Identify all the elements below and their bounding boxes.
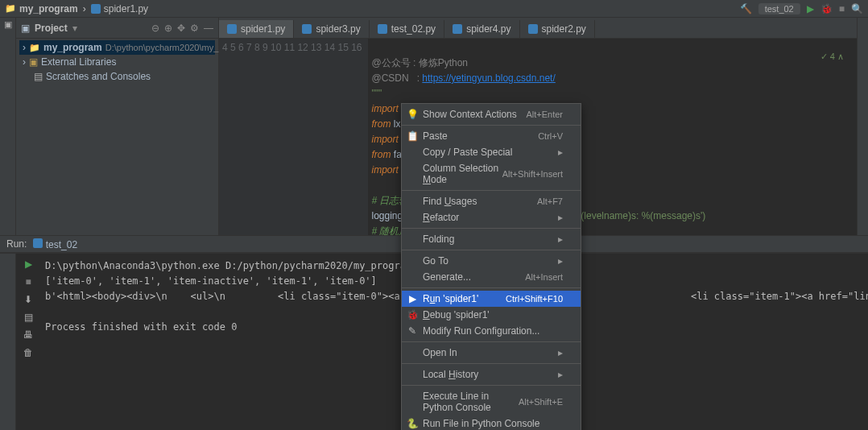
submenu-arrow-icon: ▸: [558, 147, 563, 158]
run-config-selector[interactable]: test_02: [758, 3, 800, 14]
editor-context-menu: 💡Show Context ActionsAlt+Enter📋PasteCtrl…: [401, 103, 581, 430]
menu-item-label: Find Usages: [423, 196, 477, 207]
layout-icon[interactable]: ▤: [24, 312, 33, 323]
menu-item[interactable]: Execute Line in Python ConsoleAlt+Shift+…: [402, 388, 581, 416]
menu-item-label: Modify Run Configuration...: [423, 325, 539, 337]
editor-tab[interactable]: spider1.py: [219, 20, 294, 38]
menu-item[interactable]: Open In▸: [402, 345, 581, 361]
menu-item-label: Refactor: [423, 212, 459, 223]
menu-item[interactable]: Copy / Paste Special▸: [402, 144, 581, 160]
top-bar: my_program › spider1.py 🔨 test_02 ▶ 🐞 ■ …: [0, 0, 868, 18]
menu-item[interactable]: 🐍Run File in Python Console: [402, 416, 581, 430]
chevron-right-icon: ›: [83, 3, 86, 14]
menu-item[interactable]: ✎Modify Run Configuration...: [402, 323, 581, 339]
editor-tab[interactable]: test_02.py: [370, 20, 444, 38]
submenu-arrow-icon: ▸: [558, 212, 563, 223]
menu-item[interactable]: 💡Show Context ActionsAlt+Enter: [402, 106, 581, 122]
search-icon[interactable]: 🔍: [851, 3, 863, 14]
submenu-arrow-icon: ▸: [558, 347, 563, 358]
chevron-right-icon: ›: [23, 42, 26, 53]
menu-item[interactable]: 📋PasteCtrl+V: [402, 128, 581, 144]
run-button[interactable]: ▶: [807, 3, 814, 14]
menu-item[interactable]: Generate...Alt+Insert: [402, 269, 581, 285]
gear-icon[interactable]: ⚙: [190, 23, 199, 34]
tree-scratches[interactable]: ▤ Scratches and Consoles: [19, 69, 215, 84]
hide-icon[interactable]: —: [204, 23, 213, 34]
menu-separator: [402, 287, 581, 288]
menu-item[interactable]: Folding▸: [402, 231, 581, 247]
menu-separator: [402, 228, 581, 229]
menu-item[interactable]: Column Selection ModeAlt+Shift+Insert: [402, 160, 581, 188]
hammer-icon[interactable]: 🔨: [740, 3, 752, 14]
dropdown-icon[interactable]: ▾: [72, 23, 77, 34]
down-icon[interactable]: ⬇: [24, 294, 32, 305]
submenu-arrow-icon: ▸: [558, 234, 563, 245]
menu-separator: [402, 385, 581, 386]
python-file-icon: [453, 24, 462, 34]
project-panel-icon: ▣: [21, 23, 30, 34]
tab-label: spider2.py: [542, 23, 586, 35]
menu-item-icon: 🐍: [407, 418, 418, 429]
menu-item[interactable]: Local History▸: [402, 366, 581, 382]
editor-tab[interactable]: spider2.py: [520, 20, 595, 38]
tab-label: spider3.py: [316, 23, 360, 35]
menu-item-label: Generate...: [423, 271, 471, 283]
menu-item[interactable]: Go To▸: [402, 253, 581, 269]
inspection-badge[interactable]: ✓ 4 ∧: [820, 52, 844, 62]
menu-shortcut: Alt+Shift+E: [519, 397, 563, 407]
breadcrumb-file[interactable]: spider1.py: [91, 3, 148, 14]
run-config-name[interactable]: test_02: [33, 238, 77, 250]
menu-item-label: Debug 'spider1': [423, 309, 490, 320]
project-panel-header: ▣ Project ▾ ⊖ ⊕ ✥ ⚙ —: [16, 18, 218, 39]
menu-item-label: Folding: [423, 234, 454, 245]
menu-shortcut: Alt+Enter: [526, 110, 563, 119]
menu-item[interactable]: ▶Run 'spider1'Ctrl+Shift+F10: [402, 291, 581, 307]
tab-label: spider4.py: [466, 23, 510, 35]
tree-external-libraries[interactable]: › ▣ External Libraries: [19, 55, 215, 69]
breadcrumb-project[interactable]: my_program: [5, 3, 78, 14]
menu-shortcut: Alt+Insert: [525, 272, 563, 282]
menu-separator: [402, 250, 581, 250]
menu-item[interactable]: Refactor▸: [402, 209, 581, 225]
menu-separator: [402, 125, 581, 126]
chevron-right-icon: ›: [23, 56, 26, 68]
submenu-arrow-icon: ▸: [558, 255, 563, 267]
python-file-icon: [33, 238, 43, 248]
stop-button-icon[interactable]: ■: [839, 3, 845, 14]
project-tool-tab[interactable]: ▣: [4, 19, 12, 30]
tree-root[interactable]: › my_program D:\python\pycharm2020\my_pr…: [19, 40, 215, 55]
menu-separator: [402, 190, 581, 191]
library-icon: ▣: [29, 56, 38, 68]
menu-shortcut: Ctrl+V: [538, 131, 563, 141]
menu-item-icon: 💡: [407, 109, 418, 120]
settings-icon[interactable]: ✥: [177, 23, 185, 34]
menu-item-label: Local History: [423, 369, 478, 380]
submenu-arrow-icon: ▸: [558, 369, 563, 380]
stop-button[interactable]: ■: [25, 276, 31, 287]
folder-icon: [29, 42, 40, 53]
menu-item[interactable]: Find UsagesAlt+F7: [402, 193, 581, 209]
menu-item-label: Run File in Python Console: [423, 418, 539, 429]
rerun-button[interactable]: ▶: [25, 258, 32, 270]
menu-item-label: Show Context Actions: [423, 109, 517, 120]
debug-button[interactable]: 🐞: [820, 3, 833, 14]
right-gutter: [857, 18, 868, 235]
trash-icon[interactable]: 🗑: [23, 347, 33, 358]
python-file-icon: [227, 24, 237, 34]
menu-item-label: Copy / Paste Special: [423, 147, 512, 158]
print-icon[interactable]: 🖶: [23, 329, 33, 341]
editor-tab[interactable]: spider4.py: [444, 20, 519, 38]
tree-item-label: Scratches and Consoles: [46, 71, 151, 82]
python-file-icon: [528, 24, 538, 34]
editor-tab[interactable]: spider3.py: [294, 20, 369, 38]
menu-shortcut: Ctrl+Shift+F10: [506, 294, 563, 304]
expand-icon[interactable]: ⊕: [164, 23, 172, 34]
collapse-icon[interactable]: ⊖: [151, 23, 159, 34]
editor-tabs: spider1.pyspider3.pytest_02.pyspider4.py…: [219, 18, 857, 39]
menu-item[interactable]: 🐞Debug 'spider1': [402, 307, 581, 323]
menu-separator: [402, 363, 581, 364]
run-label: Run:: [6, 238, 27, 250]
menu-separator: [402, 341, 581, 342]
left-tool-strip: ▣: [0, 18, 16, 235]
menu-item-icon: ✎: [407, 325, 418, 337]
